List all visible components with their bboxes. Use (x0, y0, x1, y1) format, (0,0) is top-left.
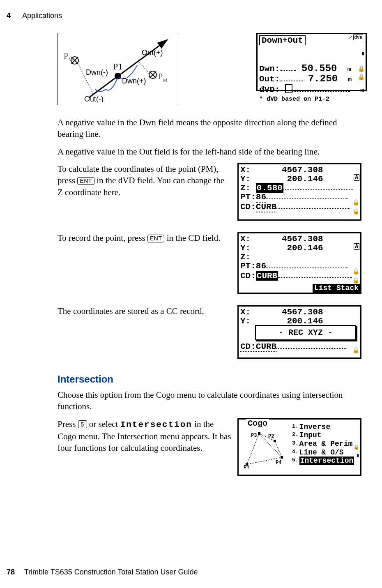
lcd-rec-overlay: - REC XYZ - (255, 325, 356, 340)
lcd-down-out: Down+Out ⟋dVD Dwn: 50.550 m Out: 7.250 m… (256, 33, 367, 91)
main-content: PM' P1 PM Out(+) Dwn(-) Dwn(+) Out(-) Do… (58, 33, 361, 487)
svg-text:PM: PM (158, 72, 168, 83)
svg-line-9 (138, 61, 149, 74)
svg-text:Out(+): Out(+) (142, 48, 163, 57)
svg-rect-24 (258, 432, 260, 435)
page-number: 78 (7, 568, 15, 576)
book-title: Trimble TS635 Construction Total Station… (24, 568, 198, 576)
ent-key-icon: ENT (77, 177, 94, 185)
svg-text:P3: P3 (251, 433, 257, 438)
paragraph-cc-record: The coordinates are stored as a CC recor… (58, 305, 232, 317)
svg-text:P2: P2 (268, 434, 274, 439)
chapter-title: Applications (22, 12, 62, 20)
section-heading-intersection: Intersection (58, 374, 361, 385)
cogo-menu-list: 1.Inverse 2.Input 3.Area & Perim 4.Line … (292, 423, 354, 465)
paragraph-intersection-intro: Choose this option from the Cogo menu to… (58, 389, 353, 413)
svg-rect-26 (281, 456, 283, 459)
svg-text:P1: P1 (244, 465, 249, 468)
paragraph-out-negative: A negative value in the Out field is for… (58, 146, 353, 157)
paragraph-calc-pm: To calculate the coordinates of the poin… (58, 163, 232, 198)
geometry-diagram: PM' P1 PM Out(+) Dwn(-) Dwn(+) Out(-) (58, 33, 178, 105)
svg-text:P4: P4 (276, 460, 281, 466)
chapter-number: 4 (7, 12, 11, 20)
svg-line-21 (275, 441, 282, 457)
lcd-xyz-edit-z: X: 4567.308 Y: 200.146 Z: 0.580 PT:86 CD… (237, 163, 361, 221)
page-header: 4 Applications (7, 12, 62, 20)
svg-text:P1: P1 (113, 61, 122, 71)
ent-key-icon: ENT (147, 235, 165, 243)
svg-text:Out(-): Out(-) (84, 95, 104, 102)
page-footer: 78 Trimble TS635 Construction Total Stat… (7, 568, 198, 576)
lcd-cogo-menu: Cogo P1 P2 P3 P4 1.Inverse 2.Input 3.Are… (237, 418, 361, 476)
lcd-xyz-cd-selected: X: 4567.308 Y: 200.146 Z: PT:86 CD:CURB … (237, 232, 361, 294)
lcd-rec-xyz: X: 4567.308 Y: 200.146 CD:CURB - REC XYZ… (237, 305, 361, 359)
svg-rect-25 (274, 440, 276, 442)
paragraph-intersection-menu: Press 5 or select Intersection in the Co… (58, 418, 232, 454)
paragraph-record-point: To record the point, press ENT in the CD… (58, 232, 232, 244)
paragraph-dwn-negative: A negative value in the Dwn field means … (58, 117, 353, 140)
cogo-mini-diagram: P1 P2 P3 P4 (243, 429, 288, 468)
svg-text:Dwn(+): Dwn(+) (122, 77, 146, 85)
svg-text:Dwn(-): Dwn(-) (86, 68, 108, 76)
five-key-icon: 5 (78, 420, 87, 428)
lcd-softkeys: List Stack (313, 284, 360, 293)
svg-text:PM': PM' (64, 51, 74, 62)
